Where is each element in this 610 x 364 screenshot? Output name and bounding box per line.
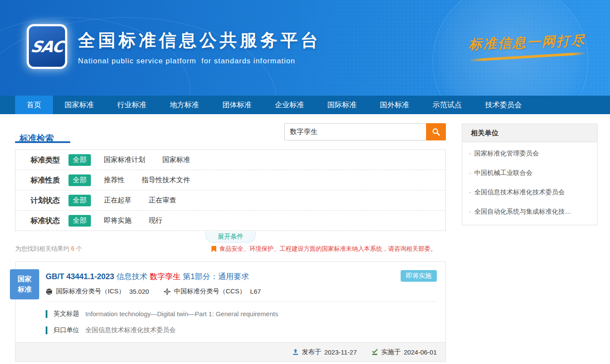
dept-value[interactable]: 全国信息技术标准化技术委员会 bbox=[85, 326, 176, 334]
filter-row-standard-status: 标准状态全部即将实施现行 bbox=[16, 211, 445, 230]
filter-row-standard-type: 标准类型全部国家标准计划国家标准 bbox=[16, 150, 445, 170]
results-count-prefix: 为您找到相关结果约 bbox=[15, 245, 69, 252]
related-unit-link[interactable]: ·全国信息技术标准化技术委员会 bbox=[462, 183, 597, 202]
search-icon bbox=[432, 128, 440, 136]
site-subtitle: National public service platform for sta… bbox=[78, 57, 321, 65]
english-title-label: 英文标题 bbox=[53, 310, 79, 318]
nav-tab-home[interactable]: 首页 bbox=[15, 96, 53, 114]
results-count: 为您找到相关结果约6个 bbox=[15, 245, 82, 253]
ics-value: 35.020 bbox=[129, 288, 149, 295]
filter-all-button-standard-status[interactable]: 全部 bbox=[68, 215, 91, 227]
standard-title-link[interactable]: GB/T 43441.1-2023 信息技术 数字孪生 第1部分：通用要求 即将… bbox=[46, 271, 437, 282]
sac-logo[interactable]: SAC bbox=[27, 24, 67, 69]
standard-code: GB/T 43441.1-2023 bbox=[46, 272, 114, 281]
related-unit-link[interactable]: ·国家标准化管理委员会 bbox=[462, 144, 597, 163]
site-title: 全国标准信息公共服务平台 bbox=[78, 28, 321, 52]
search-button[interactable] bbox=[426, 123, 446, 140]
filter-all-button-standard-nature[interactable]: 全部 bbox=[68, 174, 91, 186]
ccs-label: 中国标准分类号（CCS） bbox=[174, 287, 246, 296]
standard-title-part2: 第1部分：通用要求 bbox=[183, 272, 249, 281]
related-units-title: 相关单位 bbox=[462, 124, 597, 142]
sac-logo-inner: SAC bbox=[29, 26, 65, 67]
nav-tab-group-standards[interactable]: 团体标准 bbox=[211, 96, 263, 114]
filter-row-plan-status: 计划状态全部正在起草正在审查 bbox=[16, 190, 445, 211]
results-meta: 为您找到相关结果约6个 食品安全、环境保护、工程建设方面的国家标准未纳入本系统，… bbox=[15, 245, 446, 253]
compass-icon bbox=[164, 288, 171, 295]
card-footer: 发布于 2023-11-27 实施于 2024-06-01 bbox=[16, 342, 445, 361]
search-section: 标准检索 bbox=[15, 114, 446, 149]
filter-label-standard-type: 标准类型 bbox=[31, 155, 68, 165]
content: 标准检索 标准类型全部国家标准计划国家标准标准性质全部 bbox=[0, 114, 610, 364]
standard-title-part1: 信息技术 bbox=[116, 272, 147, 281]
teal-bar-decoration bbox=[46, 310, 47, 318]
implement-label: 实施于 bbox=[381, 348, 401, 356]
card-divider bbox=[46, 301, 437, 302]
filter-option[interactable]: 国家标准计划 bbox=[104, 156, 145, 165]
dept-label: 归口单位 bbox=[53, 326, 79, 334]
filter-row-standard-nature: 标准性质全部推荐性指导性技术文件 bbox=[16, 170, 445, 190]
status-badge: 即将实施 bbox=[401, 270, 437, 282]
system-notice: 食品安全、环境保护、工程建设方面的国家标准未纳入本系统，请咨询相关部委。 bbox=[212, 245, 436, 253]
ccs-group: 中国标准分类号（CCS） L67 bbox=[164, 287, 261, 296]
main-column: 标准检索 标准类型全部国家标准计划国家标准标准性质全部 bbox=[15, 114, 446, 362]
badge-line1: 国家 bbox=[18, 274, 31, 284]
publish-icon bbox=[292, 348, 299, 355]
filter-all-button-standard-type[interactable]: 全部 bbox=[68, 154, 91, 166]
nav-tab-pilot-demonstration[interactable]: 示范试点 bbox=[421, 96, 473, 114]
filter-label-standard-nature: 标准性质 bbox=[31, 175, 68, 185]
search-box bbox=[284, 123, 446, 140]
filter-option[interactable]: 现行 bbox=[149, 216, 162, 225]
filter-option[interactable]: 国家标准 bbox=[162, 156, 190, 165]
related-unit-link[interactable]: ·全国自动化系统与集成标准化技… bbox=[462, 202, 597, 221]
filter-option[interactable]: 正在起草 bbox=[104, 196, 131, 205]
site-title-block: 全国标准信息公共服务平台 National public service pla… bbox=[78, 28, 321, 65]
related-units-list: ·国家标准化管理委员会·中国机械工业联合会·全国信息技术标准化技术委员会·全国自… bbox=[462, 142, 597, 225]
nav-tab-foreign-standards[interactable]: 国外标准 bbox=[368, 96, 421, 114]
standard-title-highlight: 数字孪生 bbox=[149, 272, 181, 281]
standard-type-badge: 国家 标准 bbox=[10, 269, 39, 299]
english-title-value: Information technology—Digital twin—Part… bbox=[85, 310, 278, 317]
nav-tab-technical-committees[interactable]: 技术委员会 bbox=[473, 96, 533, 114]
classification-row: 国际标准分类号（ICS） 35.020 中国标准分类号（CCS） L67 bbox=[46, 287, 437, 296]
search-input[interactable] bbox=[284, 123, 426, 140]
related-units-panel: 相关单位 ·国家标准化管理委员会·中国机械工业联合会·全国信息技术标准化技术委员… bbox=[462, 124, 598, 225]
nav-tab-industry-standards[interactable]: 行业标准 bbox=[106, 96, 158, 114]
filter-option[interactable]: 即将实施 bbox=[104, 216, 131, 225]
list-bullet: · bbox=[469, 188, 471, 196]
expand-conditions-button[interactable]: 展开条件 bbox=[205, 231, 255, 243]
page: SAC 全国标准信息公共服务平台 National public service… bbox=[0, 0, 610, 364]
filter-option[interactable]: 正在审查 bbox=[149, 196, 176, 205]
notice-text: 食品安全、环境保护、工程建设方面的国家标准未纳入本系统，请咨询相关部委。 bbox=[219, 245, 436, 253]
badge-line2: 标准 bbox=[18, 284, 31, 295]
nav-tab-national-standards[interactable]: 国家标准 bbox=[53, 96, 106, 114]
nav-tab-enterprise-standards[interactable]: 企业标准 bbox=[263, 96, 316, 114]
dept-row: 归口单位 全国信息技术标准化技术委员会 bbox=[46, 326, 437, 334]
teal-bar-decoration bbox=[46, 327, 47, 334]
results-count-suffix: 个 bbox=[76, 245, 82, 252]
implement-icon bbox=[371, 348, 378, 355]
result-card: 国家 标准 GB/T 43441.1-2023 信息技术 数字孪生 第1部分：通… bbox=[15, 261, 446, 362]
publish-label: 发布于 bbox=[302, 348, 321, 356]
bookmark-icon bbox=[212, 246, 216, 252]
card-body: GB/T 43441.1-2023 信息技术 数字孪生 第1部分：通用要求 即将… bbox=[16, 271, 445, 334]
slogan-text: 标准信息一网打尽 bbox=[468, 31, 586, 53]
filter-all-button-plan-status[interactable]: 全部 bbox=[68, 195, 91, 206]
filter-option[interactable]: 推荐性 bbox=[104, 176, 124, 185]
site-header: SAC 全国标准信息公共服务平台 National public service… bbox=[0, 0, 610, 96]
ics-label: 国际标准分类号（ICS） bbox=[56, 287, 125, 296]
results-count-number: 6 bbox=[71, 245, 75, 252]
sac-logo-text: SAC bbox=[29, 38, 64, 56]
nav-tab-international-standards[interactable]: 国际标准 bbox=[316, 96, 368, 114]
filter-option[interactable]: 指导性技术文件 bbox=[142, 176, 190, 185]
header-slogan: 标准信息一网打尽 bbox=[468, 31, 586, 60]
filter-label-standard-status: 标准状态 bbox=[31, 216, 68, 226]
related-unit-link[interactable]: ·中国机械工业联合会 bbox=[462, 163, 597, 183]
implement-date: 2024-06-01 bbox=[404, 348, 437, 356]
filter-label-plan-status: 计划状态 bbox=[31, 196, 68, 205]
implement-date-item: 实施于 2024-06-01 bbox=[371, 348, 437, 356]
list-bullet: · bbox=[469, 149, 471, 157]
nav-tab-local-standards[interactable]: 地方标准 bbox=[158, 96, 211, 114]
main-nav: 首页国家标准行业标准地方标准团体标准企业标准国际标准国外标准示范试点技术委员会 bbox=[0, 96, 610, 114]
section-title-underline bbox=[15, 141, 70, 143]
list-bullet: · bbox=[469, 169, 471, 176]
